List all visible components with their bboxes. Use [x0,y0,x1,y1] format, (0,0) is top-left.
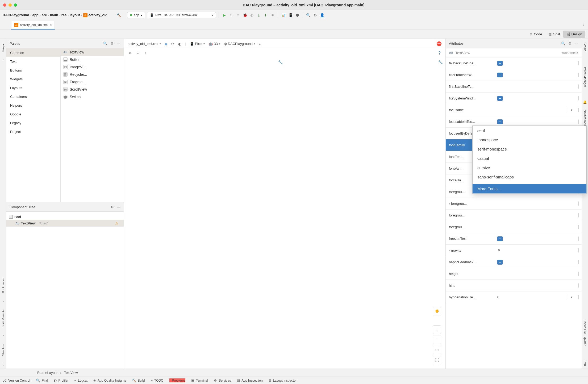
minimize-icon[interactable]: — [117,205,120,209]
run-config-selector[interactable]: app ▾ [127,12,145,18]
crumb-project[interactable]: DACPlayground [3,13,29,17]
attribute-value[interactable]: − [495,119,575,124]
palette-item-scrollview[interactable]: ▤ScrollView [61,86,124,93]
palette-cat-google[interactable]: Google [6,110,60,119]
palette-item-recyclerview[interactable]: ☰Recycler... [61,71,124,78]
bottom-tool-services[interactable]: ⚙Services [214,378,231,382]
palette-cat-widgets[interactable]: Widgets [6,75,60,84]
bottom-tool-profiler[interactable]: ◐Profiler [54,378,68,382]
attribute-row[interactable]: hint⎮ [446,280,582,291]
device-preview-selector[interactable]: 📱 Pixel ▾ [190,42,205,46]
gear-icon[interactable]: ⚙ [111,205,114,209]
zoom-reset-button[interactable]: 1:1 [433,346,441,354]
tool-gradle[interactable]: Gradle [583,41,587,52]
attribute-row[interactable]: focusable▾⎮ [446,104,582,116]
coverage-icon[interactable]: ≡ [235,12,241,18]
view-mode-design[interactable]: 🖼 Design [563,31,585,38]
tool-structure[interactable]: Structure [1,343,5,357]
tool-device-manager[interactable]: Device Manager [583,65,587,88]
wrench-icon[interactable]: 🔧 [438,60,443,64]
palette-cat-text[interactable]: Text [6,57,60,66]
palette-item-fragment[interactable]: ▣Fragme... [61,78,124,86]
tool-device-file-explorer[interactable]: Device File Explorer [583,318,587,347]
chevron-down-icon[interactable]: ▾ [568,295,575,299]
warning-icon[interactable]: ⚠ [115,221,118,225]
layers-icon[interactable]: ◈ [165,42,168,46]
sdk-manager-icon[interactable]: ⬢ [295,12,300,18]
theme-selector[interactable]: ◎ DACPlayground ▾ [224,42,255,46]
device-selector[interactable]: 📱 Pixel_3a_API_33_arm64-v8a ▾ [147,12,216,18]
bottom-tool-app-inspection[interactable]: ▤App Inspection [237,378,262,382]
minimize-icon[interactable]: — [117,41,120,45]
palette-cat-containers[interactable]: Containers [6,92,60,101]
palette-cat-legacy[interactable]: Legacy [6,119,60,127]
attribute-row[interactable]: foregrou...⎮ [446,198,582,210]
search-icon[interactable]: 🔍 [306,12,311,18]
attribute-value[interactable]: − [495,73,575,77]
bottom-tool-build[interactable]: 🔨Build [132,378,145,382]
build-icon[interactable]: 🔨 [116,12,121,18]
attribute-row[interactable]: hyphenationFre...0▾⎮ [446,291,582,303]
bottom-tool-problems[interactable]: !Problems [169,378,185,382]
attribute-row[interactable]: fallbackLineSpa...−⎮ [446,57,582,69]
orientation-icon[interactable]: ⟳ [171,42,174,46]
zoom-in-button[interactable]: + [433,325,441,334]
folder-icon[interactable]: ▪ [2,58,3,62]
attribute-value[interactable]: − [495,260,575,265]
profile-icon[interactable]: ◐ [249,12,255,18]
attribute-row[interactable]: firstBaselineTo...⎮ [446,81,582,93]
attach-debugger-icon[interactable]: ⤓ [256,12,261,18]
dropdown-item-casual[interactable]: casual [473,154,586,163]
attribute-value[interactable]: − [495,61,575,66]
help-icon[interactable]: ? [438,51,441,56]
palette-item-button[interactable]: ▬Button [61,56,124,63]
debug-icon[interactable]: 🐞 [242,12,248,18]
bottom-tool-layout-inspector[interactable]: ⊞Layout Inspector [269,378,297,382]
crumb-main[interactable]: main [50,13,58,17]
crumb-file[interactable]: <> activity_old [83,13,108,17]
minimize-icon[interactable]: — [575,41,578,45]
search-icon[interactable]: 🔍 [103,41,107,45]
expand-height-icon[interactable]: ↕ [145,51,146,55]
crumb-module[interactable]: app [32,13,39,17]
crumb-layout[interactable]: layout [70,13,80,17]
attribute-row[interactable]: height⎮ [446,268,582,280]
crumb-res[interactable]: res [61,13,67,17]
tool-emulator[interactable]: Emu [583,359,587,367]
search-icon[interactable]: 🔍 [561,41,565,45]
more-icon[interactable]: » [259,42,261,46]
chevron-down-icon[interactable]: ▾ [568,108,575,112]
file-tab-active[interactable]: <> activity_old_xml.xml × [11,21,55,30]
run-icon[interactable]: ▶ [222,12,227,18]
wrench-icon[interactable]: 🔧 [278,60,283,64]
attribute-row[interactable]: foregrou...⎮ [446,221,582,233]
palette-cat-layouts[interactable]: Layouts [6,84,60,92]
bottom-tool-find[interactable]: 🔍Find [36,378,48,382]
dropdown-item-monospace[interactable]: monospace [473,135,586,144]
dropdown-item-sans-serif-smallcaps[interactable]: sans-serif-smallcaps [473,172,586,182]
attribute-value[interactable]: ⚑ [495,248,575,252]
attribute-row[interactable]: foregrou...⎮ [446,210,582,221]
attribute-row[interactable]: hapticFeedback...−⎮ [446,256,582,268]
crumb-src[interactable]: src [42,13,47,17]
close-window-button[interactable] [3,3,6,7]
error-icon[interactable]: ⛔ [436,41,442,46]
bottom-tool-version-control[interactable]: ⎇Version Control [3,378,30,382]
bottom-tool-logcat[interactable]: ≡Logcat [74,378,87,382]
api-level-selector[interactable]: 🤖 33 ▾ [208,42,220,46]
attribute-row[interactable]: gravity⚑⎮ [446,245,582,256]
attribute-value[interactable]: − [495,236,575,241]
zoom-fit-button[interactable]: ⛶ [433,356,441,364]
view-mode-code[interactable]: ≡ Code [527,31,545,38]
tree-textview[interactable]: Ab TextView "Ciao" ⚠ [6,220,124,227]
bottom-tool-terminal[interactable]: ▣Terminal [191,378,208,382]
tool-project[interactable]: Project [1,41,5,53]
bottom-tool-app-quality-insights[interactable]: ◈App Quality Insights [93,378,126,382]
view-mode-split[interactable]: ▥ Split [545,31,563,38]
gear-icon[interactable]: ⚙ [312,12,318,18]
bottom-tool-todo[interactable]: ≡TODO [151,378,163,382]
minimize-window-button[interactable] [9,3,12,7]
path-segment[interactable]: TextView [64,371,78,375]
gear-icon[interactable]: ⚙ [111,41,114,45]
expand-width-icon[interactable]: ↔ [137,51,140,55]
